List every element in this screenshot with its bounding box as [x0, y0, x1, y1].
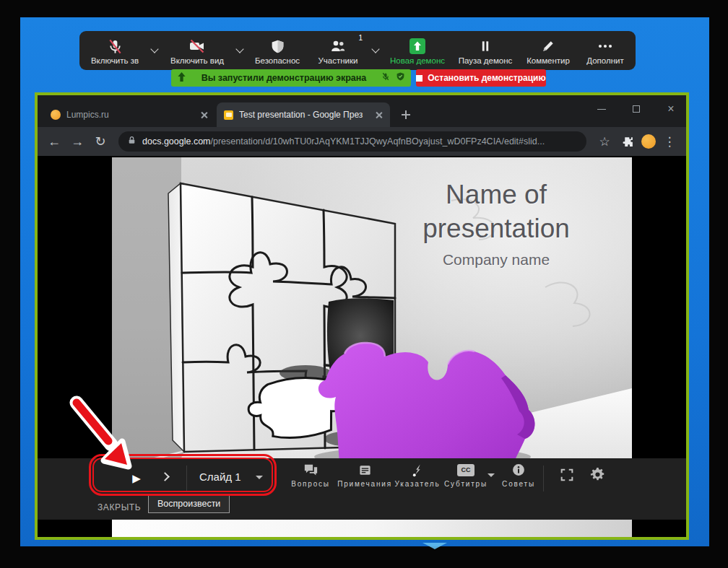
maximize-icon	[633, 105, 640, 113]
captions-label: Субтитры	[444, 480, 488, 488]
camera-off-icon	[188, 37, 206, 56]
divider	[543, 466, 544, 491]
microphone-muted-icon	[107, 37, 124, 56]
stop-square-icon	[416, 75, 422, 82]
new-share-button[interactable]: Новая демонс	[383, 32, 452, 69]
tab-title: Lumpics.ru	[66, 110, 194, 120]
lumpics-favicon	[51, 110, 61, 120]
lock-icon	[127, 135, 136, 148]
zoom-meeting-toolbar: Включить зв Включить вид Безопаснос 1 Уч…	[79, 31, 636, 70]
notes-button[interactable]: Примечания	[339, 463, 391, 488]
slide-title: Name of presentation	[381, 178, 612, 245]
new-share-label: Новая демонс	[390, 56, 445, 65]
slide-subtitle: Company name	[381, 251, 612, 268]
share-screen-icon	[410, 37, 425, 56]
share-status-message: Вы запустили демонстрацию экрана	[192, 73, 376, 83]
browser-menu-kebab-icon[interactable]: ⋮	[660, 132, 679, 151]
tab-title: Test presentation - Google През	[239, 110, 369, 120]
pause-share-button[interactable]: Пауза демонс	[452, 32, 519, 69]
participants-count-badge: 1	[358, 34, 363, 42]
annotate-button[interactable]: Комментир	[519, 32, 578, 69]
security-button[interactable]: Безопаснос	[247, 32, 308, 69]
close-icon: ×	[667, 103, 674, 115]
unmute-audio-button[interactable]: Включить зв	[82, 32, 147, 69]
browser-window: Lumpics.ru Test presentation - Google Пр…	[35, 92, 689, 540]
unmute-audio-label: Включить зв	[91, 56, 139, 65]
new-tab-button[interactable]	[399, 108, 413, 122]
browser-toolbar: ← → ↻ docs.google.com/presentation/d/10w…	[38, 127, 686, 156]
reload-icon[interactable]: ↻	[91, 132, 110, 151]
taskbar-hide-arrow[interactable]	[422, 543, 447, 549]
next-slide-icon[interactable]	[160, 472, 170, 481]
tab-strip: Lumpics.ru Test presentation - Google Пр…	[38, 95, 686, 127]
tips-label: Советы	[502, 480, 535, 488]
url-domain: docs.google.com	[142, 136, 211, 147]
cc-icon: CC	[457, 463, 474, 477]
extensions-puzzle-icon[interactable]	[618, 132, 637, 151]
address-bar[interactable]: docs.google.com/presentation/d/10whTU0rJ…	[118, 131, 586, 152]
more-label: Дополнит	[586, 56, 623, 65]
slide-text-block: Name of presentation Company name	[381, 178, 612, 268]
stop-share-label: Остановить демонстрацию	[428, 73, 545, 83]
forward-icon[interactable]: →	[68, 132, 87, 151]
divider	[186, 466, 187, 491]
video-options-chevron[interactable]	[233, 32, 247, 69]
stop-share-button[interactable]: Остановить демонстрацию	[416, 69, 546, 87]
info-icon	[511, 463, 526, 477]
security-mini-icon	[396, 71, 405, 84]
audio-options-chevron[interactable]	[147, 32, 162, 69]
shield-icon	[270, 37, 285, 56]
google-slides-favicon	[224, 110, 233, 120]
questions-label: Вопросы	[291, 480, 330, 488]
pointer-button[interactable]: Указатель	[391, 463, 443, 488]
mic-muted-mini-icon	[381, 71, 390, 84]
back-icon[interactable]: ←	[45, 132, 64, 151]
screen-share-banner: Вы запустили демонстрацию экрана Останов…	[171, 69, 546, 87]
pointer-label: Указатель	[395, 480, 441, 488]
chevron-down-icon	[235, 45, 243, 53]
close-presenter-view-button[interactable]: ЗАКРЫТЬ	[98, 502, 141, 512]
fullscreen-button[interactable]	[559, 467, 578, 486]
maximize-button[interactable]	[628, 101, 644, 117]
pencil-icon	[541, 37, 555, 56]
security-label: Безопаснос	[255, 56, 300, 65]
url-path: /presentation/d/10whTU0rJAqYKM1TJJQwyAqf…	[211, 136, 545, 147]
presenter-toolbar: ▶ Слайд 1 Вопросы Примечания	[38, 458, 686, 520]
profile-avatar[interactable]	[641, 134, 656, 149]
participants-button[interactable]: 1 Участники	[308, 32, 368, 69]
share-status-pill: Вы запустили демонстрацию экрана	[171, 69, 411, 87]
notes-icon	[358, 463, 372, 477]
slide-selector[interactable]: Слайд 1	[199, 471, 241, 483]
page-content: Name of presentation Company name ▶ Слай…	[38, 156, 686, 537]
tab-presentation[interactable]: Test presentation - Google През	[217, 102, 390, 127]
questions-button[interactable]: Вопросы	[285, 463, 337, 488]
annotate-label: Комментир	[526, 56, 570, 65]
participants-icon	[329, 37, 347, 56]
participants-options-chevron[interactable]	[368, 32, 383, 69]
notes-label: Примечания	[337, 480, 392, 488]
pause-icon	[478, 37, 493, 56]
slide-dropdown-icon[interactable]	[256, 476, 263, 479]
start-video-button[interactable]: Включить вид	[162, 32, 233, 69]
tips-button[interactable]: Советы	[493, 463, 545, 488]
captions-button[interactable]: CC Субтитры	[440, 463, 492, 488]
share-arrow-icon	[177, 71, 186, 85]
start-video-label: Включить вид	[170, 56, 224, 65]
tab-close-icon[interactable]	[200, 111, 208, 119]
play-button[interactable]: ▶	[129, 471, 144, 486]
chat-icon	[303, 463, 318, 477]
tab-close-icon[interactable]	[375, 111, 383, 119]
window-controls: ×	[594, 101, 679, 117]
play-tooltip: Воспроизвести	[148, 494, 230, 513]
close-button[interactable]: ×	[663, 101, 679, 117]
laser-pointer-icon	[411, 463, 425, 477]
pause-share-label: Пауза демонс	[459, 56, 513, 65]
minimize-button[interactable]	[594, 101, 610, 117]
slide-bottom-strip	[112, 520, 632, 537]
chevron-down-icon	[150, 45, 158, 53]
tab-lumpics[interactable]: Lumpics.ru	[43, 102, 215, 127]
minimize-icon	[597, 109, 606, 110]
more-button[interactable]: Дополнит	[578, 32, 633, 69]
settings-gear-icon[interactable]	[589, 466, 608, 485]
bookmark-star-icon[interactable]: ☆	[595, 132, 614, 151]
